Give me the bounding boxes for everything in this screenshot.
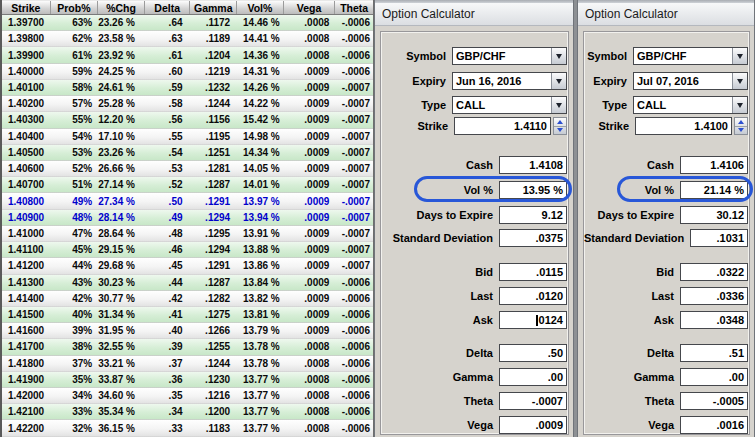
theta-input[interactable]: -.0007 <box>499 392 567 410</box>
table-row[interactable]: 1.3980062%23.58 %.63.118914.41 %.0008-.0… <box>2 31 373 47</box>
table-row[interactable]: 1.4210033%35.34 %.34.120013.77 %.0008-.0… <box>2 404 373 420</box>
dropdown-button[interactable] <box>732 73 747 89</box>
table-row[interactable]: 1.4190035%33.87 %.36.123013.77 %.0008-.0… <box>2 372 373 388</box>
table-cell: 14.41 % <box>237 31 284 46</box>
table-cell: 1.40600 <box>2 161 51 176</box>
window-titlebar[interactable]: Option Calculator <box>375 3 573 26</box>
spin-down-button[interactable] <box>554 127 566 135</box>
type-combobox[interactable]: CALL <box>633 96 748 114</box>
last-input[interactable]: .0336 <box>680 287 748 305</box>
dropdown-button[interactable] <box>732 48 747 64</box>
table-cell: 59% <box>51 64 99 79</box>
strike-spinner <box>734 117 748 135</box>
standard-deviation-input[interactable]: .1031 <box>690 229 748 247</box>
table-cell: 45% <box>51 242 99 257</box>
column-header-gamma: Gamma <box>190 1 237 14</box>
table-row[interactable]: 1.4110045%29.15 %.46.129413.88 %.0009-.0… <box>2 242 373 258</box>
gamma-input[interactable]: .00 <box>680 368 748 386</box>
table-cell: .0008 <box>284 388 336 403</box>
table-cell: 53% <box>51 145 99 160</box>
table-cell: .0008 <box>284 339 336 354</box>
dropdown-button[interactable] <box>551 97 566 113</box>
option-calculator-window-1: Option Calculator SymbolGBP/CHFExpiryJun… <box>374 0 574 437</box>
combobox-value: Jun 16, 2016 <box>453 73 551 89</box>
table-cell: -.0007 <box>335 145 373 160</box>
strike-input[interactable]: 1.4110 <box>454 117 551 135</box>
table-row[interactable]: 1.3990061%23.92 %.61.120414.36 %.0008-.0… <box>2 47 373 63</box>
ask-input[interactable]: .0348 <box>680 311 748 329</box>
bid-input[interactable]: .0115 <box>499 263 567 281</box>
delta-input[interactable]: .50 <box>499 344 567 362</box>
table-row[interactable]: 1.4170038%32.55 %.39.125513.78 %.0008-.0… <box>2 339 373 355</box>
strike-input[interactable]: 1.4100 <box>635 117 732 135</box>
theta-input[interactable]: -.0005 <box>680 392 748 410</box>
spin-up-button[interactable] <box>735 118 747 127</box>
table-row[interactable]: 1.4120044%29.68 %.45.129113.86 %.0009-.0… <box>2 258 373 274</box>
table-cell: 54% <box>51 129 99 144</box>
days-to-expire-input[interactable]: 9.12 <box>499 206 567 224</box>
table-row[interactable]: 1.4050053%23.26 %.54.125114.34 %.0009-.0… <box>2 145 373 161</box>
table-row[interactable]: 1.4150040%31.34 %.41.127513.81 %.0009-.0… <box>2 307 373 323</box>
vol--input[interactable]: 13.95 % <box>499 181 567 199</box>
table-cell: .1266 <box>191 323 238 338</box>
vol--input[interactable]: 21.14 % <box>680 181 748 199</box>
field-row-symbol: SymbolGBP/CHF <box>381 47 567 65</box>
table-row[interactable]: 1.4070051%27.14 %.52.128714.01 %.0009-.0… <box>2 177 373 193</box>
table-row[interactable]: 1.4010058%24.61 %.59.123214.26 %.0009-.0… <box>2 80 373 96</box>
option-chain-table: StrikeProb%%ChgDeltaGammaVol%VegaTheta 1… <box>0 0 374 437</box>
table-row[interactable]: 1.4130043%30.23 %.44.128713.84 %.0009-.0… <box>2 275 373 291</box>
standard-deviation-input[interactable]: .0375 <box>499 229 567 247</box>
ask-input[interactable]: 0124 <box>499 311 567 329</box>
bid-input[interactable]: .0322 <box>680 263 748 281</box>
days-to-expire-input[interactable]: 30.12 <box>680 206 748 224</box>
table-row[interactable]: 1.4040054%17.10 %.55.119514.98 %.0009-.0… <box>2 129 373 145</box>
dropdown-button[interactable] <box>551 73 566 89</box>
vega-input[interactable]: .0016 <box>680 416 748 434</box>
field-label: Vol % <box>645 184 674 196</box>
table-row[interactable]: 1.4180037%33.21 %.37.124413.78 %.0008-.0… <box>2 356 373 372</box>
table-row[interactable]: 1.4080049%27.34 %.50.129113.97 %.0009-.0… <box>2 193 373 209</box>
table-row[interactable]: 1.3970063%23.26 %.64.117214.46 %.0008-.0… <box>2 15 373 31</box>
window-titlebar[interactable]: Option Calculator <box>578 3 754 26</box>
last-input[interactable]: .0120 <box>499 287 567 305</box>
cash-input[interactable]: 1.4108 <box>499 156 567 174</box>
table-row[interactable]: 1.4020057%25.28 %.58.124414.22 %.0009-.0… <box>2 96 373 112</box>
table-cell: 13.82 % <box>237 291 284 306</box>
table-cell: .42 <box>145 291 191 306</box>
table-cell: 25.28 % <box>98 96 145 111</box>
table-row[interactable]: 1.4060052%26.66 %.53.128114.05 %.0009-.0… <box>2 161 373 177</box>
vega-input[interactable]: .0009 <box>499 416 567 434</box>
table-row[interactable]: 1.4000059%24.25 %.60.121914.31 %.0009-.0… <box>2 64 373 80</box>
table-row[interactable]: 1.4100047%28.64 %.48.129513.91 %.0009-.0… <box>2 226 373 242</box>
delta-input[interactable]: .51 <box>680 344 748 362</box>
cash-input[interactable]: 1.4106 <box>680 156 748 174</box>
table-row[interactable]: 1.4220032%36.15 %.33.118313.77 %.0008-.0… <box>2 420 373 436</box>
table-row[interactable]: 1.4140042%30.77 %.42.128213.82 %.0009-.0… <box>2 291 373 307</box>
dropdown-button[interactable] <box>732 97 747 113</box>
field-label: Delta <box>647 347 674 359</box>
table-cell: 1.39700 <box>2 15 51 30</box>
field-row-cash: Cash1.4108 <box>381 156 567 174</box>
type-combobox[interactable]: CALL <box>452 96 567 114</box>
table-row[interactable]: 1.4090048%28.14 %.49.129413.94 %.0009-.0… <box>2 210 373 226</box>
table-row[interactable]: 1.4200034%34.60 %.35.121613.77 %.0008-.0… <box>2 388 373 404</box>
symbol-combobox[interactable]: GBP/CHF <box>633 47 748 65</box>
expiry-combobox[interactable]: Jul 07, 2016 <box>633 72 748 90</box>
table-cell: .54 <box>145 145 191 160</box>
field-row-delta: Delta.51 <box>584 344 748 362</box>
spin-down-button[interactable] <box>735 127 747 135</box>
table-cell: .40 <box>145 323 191 338</box>
dropdown-button[interactable] <box>551 48 566 64</box>
gamma-input[interactable]: .00 <box>499 368 567 386</box>
chevron-down-icon <box>737 54 743 59</box>
symbol-combobox[interactable]: GBP/CHF <box>452 47 567 65</box>
combobox-value: GBP/CHF <box>453 48 551 64</box>
table-row[interactable]: 1.4030055%12.20 %.56.115615.42 %.0009-.0… <box>2 112 373 128</box>
field-label: Days to Expire <box>598 209 674 221</box>
field-row-standard-deviation: Standard Deviation.0375 <box>381 229 567 247</box>
spin-up-button[interactable] <box>554 118 566 127</box>
table-cell: .1281 <box>191 161 238 176</box>
table-row[interactable]: 1.4160039%31.95 %.40.126613.79 %.0009-.0… <box>2 323 373 339</box>
expiry-combobox[interactable]: Jun 16, 2016 <box>452 72 567 90</box>
table-cell: .61 <box>145 47 191 62</box>
